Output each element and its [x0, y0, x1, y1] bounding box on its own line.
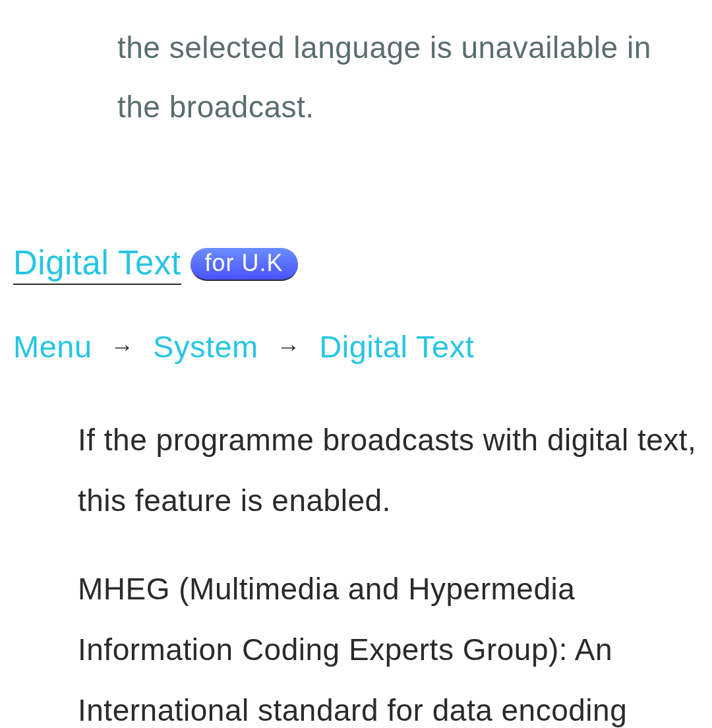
arrow-right-icon: →: [277, 333, 301, 361]
breadcrumb: Menu → System → Digital Text: [13, 328, 699, 365]
arrow-right-icon: →: [111, 333, 135, 361]
region-badge: for U.K: [191, 248, 298, 281]
body-paragraph-2: MHEG (Multimedia and Hypermedia Informat…: [78, 559, 699, 728]
breadcrumb-item-system: System: [153, 328, 258, 365]
body-paragraph-1: If the programme broadcasts with digital…: [78, 410, 699, 531]
section-title: Digital Text: [13, 243, 181, 285]
document-page: the selected language is unavailable in …: [0, 18, 712, 728]
body-text: If the programme broadcasts with digital…: [78, 410, 699, 728]
breadcrumb-item-digital-text: Digital Text: [319, 328, 474, 365]
breadcrumb-item-menu: Menu: [13, 328, 92, 365]
previous-section-fragment: the selected language is unavailable in …: [117, 18, 699, 136]
section-heading: Digital Text for U.K: [13, 243, 699, 285]
